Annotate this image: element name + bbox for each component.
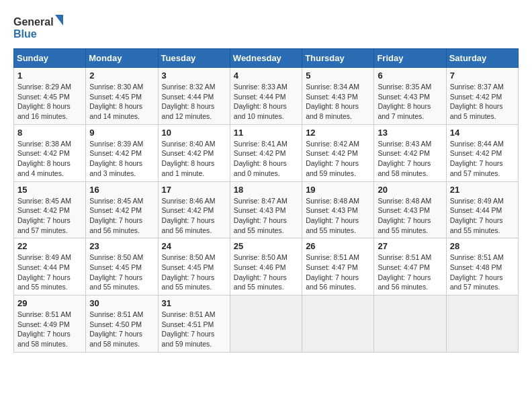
calendar-cell: 7Sunrise: 8:37 AM Sunset: 4:42 PM Daylig… [446,68,518,125]
calendar-cell: 13Sunrise: 8:43 AM Sunset: 4:42 PM Dayli… [374,124,446,181]
day-info: Sunrise: 8:47 AM Sunset: 4:43 PM Dayligh… [234,196,298,236]
day-info: Sunrise: 8:50 AM Sunset: 4:45 PM Dayligh… [162,253,226,292]
day-info: Sunrise: 8:32 AM Sunset: 4:44 PM Dayligh… [162,82,226,122]
calendar-cell: 9Sunrise: 8:39 AM Sunset: 4:42 PM Daylig… [86,124,158,181]
calendar-cell [230,295,302,353]
day-info: Sunrise: 8:33 AM Sunset: 4:44 PM Dayligh… [234,82,298,122]
calendar-cell: 11Sunrise: 8:41 AM Sunset: 4:42 PM Dayli… [230,124,302,181]
calendar-cell [446,295,518,353]
page-header: GeneralBlue [13,13,519,42]
day-info: Sunrise: 8:51 AM Sunset: 4:51 PM Dayligh… [162,310,226,349]
calendar-cell: 2Sunrise: 8:30 AM Sunset: 4:45 PM Daylig… [86,68,158,125]
calendar-header-row: SundayMondayTuesdayWednesdayThursdayFrid… [14,49,519,68]
calendar-cell: 1Sunrise: 8:29 AM Sunset: 4:45 PM Daylig… [14,68,86,125]
day-number: 20 [378,185,442,195]
calendar-cell: 29Sunrise: 8:51 AM Sunset: 4:49 PM Dayli… [14,295,86,353]
day-number: 6 [378,71,442,81]
day-number: 19 [306,185,370,195]
day-info: Sunrise: 8:41 AM Sunset: 4:42 PM Dayligh… [234,139,298,179]
calendar-week-row: 1Sunrise: 8:29 AM Sunset: 4:45 PM Daylig… [14,68,519,125]
calendar-cell: 23Sunrise: 8:50 AM Sunset: 4:45 PM Dayli… [86,238,158,295]
svg-text:General: General [13,16,54,28]
day-number: 1 [17,71,82,81]
svg-marker-1 [55,15,63,26]
calendar-cell: 18Sunrise: 8:47 AM Sunset: 4:43 PM Dayli… [230,181,302,238]
day-number: 15 [17,185,82,195]
calendar-cell: 8Sunrise: 8:38 AM Sunset: 4:42 PM Daylig… [14,124,86,181]
day-info: Sunrise: 8:51 AM Sunset: 4:49 PM Dayligh… [17,310,82,349]
calendar-cell: 24Sunrise: 8:50 AM Sunset: 4:45 PM Dayli… [158,238,230,295]
calendar-cell: 12Sunrise: 8:42 AM Sunset: 4:42 PM Dayli… [302,124,374,181]
day-number: 22 [17,241,82,251]
calendar-cell [302,295,374,353]
logo: GeneralBlue [13,13,67,42]
day-number: 14 [450,128,515,138]
day-number: 29 [17,298,82,308]
day-info: Sunrise: 8:34 AM Sunset: 4:43 PM Dayligh… [306,82,370,122]
day-info: Sunrise: 8:51 AM Sunset: 4:50 PM Dayligh… [89,310,154,349]
calendar-cell: 6Sunrise: 8:35 AM Sunset: 4:43 PM Daylig… [374,68,446,125]
day-info: Sunrise: 8:38 AM Sunset: 4:42 PM Dayligh… [17,139,82,179]
calendar-cell: 22Sunrise: 8:49 AM Sunset: 4:44 PM Dayli… [14,238,86,295]
day-info: Sunrise: 8:40 AM Sunset: 4:42 PM Dayligh… [162,139,226,179]
day-number: 4 [234,71,298,81]
calendar-cell: 20Sunrise: 8:48 AM Sunset: 4:43 PM Dayli… [374,181,446,238]
weekday-header-tuesday: Tuesday [158,49,230,68]
day-number: 10 [162,128,226,138]
day-number: 21 [450,185,515,195]
day-info: Sunrise: 8:45 AM Sunset: 4:42 PM Dayligh… [89,196,154,236]
day-number: 13 [378,128,442,138]
calendar-week-row: 8Sunrise: 8:38 AM Sunset: 4:42 PM Daylig… [14,124,519,181]
day-number: 2 [89,71,154,81]
weekday-header-sunday: Sunday [14,49,86,68]
day-info: Sunrise: 8:30 AM Sunset: 4:45 PM Dayligh… [89,82,154,122]
day-number: 23 [89,241,154,251]
day-number: 31 [162,298,226,308]
day-number: 5 [306,71,370,81]
day-info: Sunrise: 8:29 AM Sunset: 4:45 PM Dayligh… [17,82,82,122]
day-info: Sunrise: 8:50 AM Sunset: 4:46 PM Dayligh… [234,253,298,292]
day-number: 28 [450,241,515,251]
calendar-cell: 31Sunrise: 8:51 AM Sunset: 4:51 PM Dayli… [158,295,230,353]
weekday-header-saturday: Saturday [446,49,518,68]
calendar-cell: 17Sunrise: 8:46 AM Sunset: 4:42 PM Dayli… [158,181,230,238]
calendar-cell: 30Sunrise: 8:51 AM Sunset: 4:50 PM Dayli… [86,295,158,353]
calendar-cell: 3Sunrise: 8:32 AM Sunset: 4:44 PM Daylig… [158,68,230,125]
day-info: Sunrise: 8:37 AM Sunset: 4:42 PM Dayligh… [450,82,515,122]
day-info: Sunrise: 8:49 AM Sunset: 4:44 PM Dayligh… [450,196,515,236]
calendar-cell [374,295,446,353]
calendar-table: SundayMondayTuesdayWednesdayThursdayFrid… [13,48,519,353]
calendar-week-row: 29Sunrise: 8:51 AM Sunset: 4:49 PM Dayli… [14,295,519,353]
calendar-cell: 16Sunrise: 8:45 AM Sunset: 4:42 PM Dayli… [86,181,158,238]
day-info: Sunrise: 8:49 AM Sunset: 4:44 PM Dayligh… [17,253,82,292]
day-number: 8 [17,128,82,138]
calendar-cell: 14Sunrise: 8:44 AM Sunset: 4:42 PM Dayli… [446,124,518,181]
day-info: Sunrise: 8:51 AM Sunset: 4:47 PM Dayligh… [378,253,442,292]
day-number: 7 [450,71,515,81]
day-info: Sunrise: 8:46 AM Sunset: 4:42 PM Dayligh… [162,196,226,236]
calendar-week-row: 15Sunrise: 8:45 AM Sunset: 4:42 PM Dayli… [14,181,519,238]
calendar-cell: 4Sunrise: 8:33 AM Sunset: 4:44 PM Daylig… [230,68,302,125]
weekday-header-wednesday: Wednesday [230,49,302,68]
weekday-header-monday: Monday [86,49,158,68]
day-info: Sunrise: 8:45 AM Sunset: 4:42 PM Dayligh… [17,196,82,236]
day-number: 25 [234,241,298,251]
calendar-cell: 5Sunrise: 8:34 AM Sunset: 4:43 PM Daylig… [302,68,374,125]
day-number: 16 [89,185,154,195]
day-number: 18 [234,185,298,195]
day-number: 12 [306,128,370,138]
day-info: Sunrise: 8:35 AM Sunset: 4:43 PM Dayligh… [378,82,442,122]
calendar-cell: 27Sunrise: 8:51 AM Sunset: 4:47 PM Dayli… [374,238,446,295]
day-info: Sunrise: 8:39 AM Sunset: 4:42 PM Dayligh… [89,139,154,179]
calendar-cell: 21Sunrise: 8:49 AM Sunset: 4:44 PM Dayli… [446,181,518,238]
day-info: Sunrise: 8:51 AM Sunset: 4:48 PM Dayligh… [450,253,515,292]
calendar-cell: 19Sunrise: 8:48 AM Sunset: 4:43 PM Dayli… [302,181,374,238]
day-number: 17 [162,185,226,195]
day-number: 27 [378,241,442,251]
calendar-cell: 15Sunrise: 8:45 AM Sunset: 4:42 PM Dayli… [14,181,86,238]
day-info: Sunrise: 8:51 AM Sunset: 4:47 PM Dayligh… [306,253,370,292]
calendar-cell: 10Sunrise: 8:40 AM Sunset: 4:42 PM Dayli… [158,124,230,181]
day-info: Sunrise: 8:48 AM Sunset: 4:43 PM Dayligh… [378,196,442,236]
day-number: 30 [89,298,154,308]
svg-text:Blue: Blue [13,28,37,40]
